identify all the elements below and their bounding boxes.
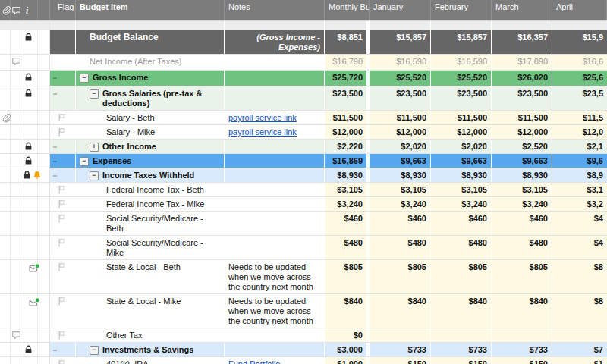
note-hyperlink[interactable]: Fund Portfolio — [228, 359, 280, 364]
cell-budget-item[interactable]: Salary - Beth — [76, 111, 225, 124]
cell-notes[interactable]: Fund Portfolio — [225, 357, 325, 364]
cell-april[interactable]: $2,1 — [552, 140, 607, 153]
cell-february[interactable]: $3,105 — [431, 183, 492, 196]
cell-flag[interactable] — [50, 328, 76, 342]
cell-notes[interactable]: (Gross Income - Expenses) — [225, 30, 325, 54]
cell-january[interactable]: $3,240 — [370, 197, 431, 211]
column-header-monthly-budget[interactable]: Monthly Budget — [325, 0, 370, 20]
cell-march[interactable]: $3,240 — [492, 197, 552, 211]
cell-flag[interactable] — [50, 357, 76, 364]
cell-february[interactable]: $11,500 — [431, 111, 492, 124]
cell-notes[interactable] — [225, 71, 325, 86]
cell-march[interactable]: $733 — [492, 343, 552, 356]
cell-monthly-budget[interactable]: $0 — [325, 328, 370, 342]
cell-january[interactable]: $3,105 — [370, 183, 431, 196]
cell-flag[interactable] — [50, 260, 76, 293]
cell-flag[interactable] — [50, 154, 76, 168]
cell-february[interactable]: $480 — [431, 236, 492, 259]
flag-icon[interactable] — [58, 297, 66, 306]
cell-march[interactable]: $805 — [492, 260, 552, 293]
cell-monthly-budget[interactable]: $16,790 — [325, 55, 370, 70]
cell-march[interactable]: $2,520 — [492, 140, 552, 153]
flag-icon[interactable] — [58, 359, 66, 364]
cell-notes[interactable] — [225, 154, 325, 168]
comment-indicator-icon[interactable] — [11, 331, 21, 340]
cell-notes[interactable]: payroll service link — [225, 111, 325, 124]
cell-january[interactable]: $23,500 — [370, 86, 431, 110]
cell-monthly-budget[interactable]: $11,500 — [325, 111, 370, 124]
cell-february[interactable]: $12,000 — [431, 125, 492, 139]
cell-budget-item[interactable]: Other Tax — [76, 328, 225, 342]
collapse-button[interactable]: − — [90, 171, 99, 180]
cell-notes[interactable] — [225, 55, 325, 70]
cell-february[interactable]: $9,663 — [431, 154, 492, 168]
cell-march[interactable]: $16,357 — [492, 30, 552, 54]
cell-monthly-budget[interactable]: $1,000 — [325, 357, 370, 364]
cell-budget-item[interactable]: Budget Balance — [76, 30, 225, 54]
reminder-bell-icon[interactable] — [33, 171, 42, 180]
cell-monthly-budget[interactable]: $25,720 — [325, 71, 370, 86]
cell-february[interactable]: $15,857 — [431, 30, 492, 54]
cell-budget-item[interactable]: Federal Income Tax - Beth — [76, 183, 225, 196]
flag-icon[interactable] — [58, 238, 66, 247]
cell-march[interactable]: $460 — [492, 212, 552, 235]
cell-budget-item[interactable]: −Income Taxes Withheld — [76, 168, 225, 182]
cell-february[interactable]: $733 — [431, 343, 492, 356]
cell-march[interactable]: $840 — [492, 294, 552, 328]
cell-april[interactable]: $23,5 — [552, 86, 607, 110]
cell-flag[interactable] — [50, 86, 76, 110]
cell-notes[interactable] — [225, 197, 325, 211]
cell-flag[interactable] — [50, 197, 76, 211]
cell-april[interactable]: $12,0 — [552, 125, 607, 139]
cell-flag[interactable] — [50, 125, 76, 139]
cell-february[interactable]: $805 — [431, 260, 492, 293]
comment-indicator-icon[interactable] — [11, 57, 21, 66]
cell-march[interactable] — [492, 328, 552, 342]
flag-icon[interactable] — [58, 331, 66, 340]
cell-april[interactable]: $9,6 — [552, 154, 607, 168]
cell-flag[interactable] — [50, 55, 76, 70]
cell-february[interactable]: $3,240 — [431, 197, 492, 211]
flag-icon[interactable] — [58, 113, 66, 122]
cell-april[interactable]: $4 — [552, 212, 607, 235]
cell-february[interactable]: $23,500 — [431, 86, 492, 110]
column-header-flag[interactable]: Flag — [50, 0, 76, 20]
flag-icon[interactable] — [58, 127, 66, 136]
note-hyperlink[interactable]: payroll service link — [228, 127, 297, 136]
column-header-budget-item[interactable]: Budget Item — [76, 0, 225, 20]
note-hyperlink[interactable]: payroll service link — [228, 113, 297, 122]
cell-monthly-budget[interactable]: $23,500 — [325, 86, 370, 110]
cell-budget-item[interactable]: Salary - Mike — [76, 125, 225, 139]
cell-notes[interactable]: Needs to be updated when we move across … — [225, 294, 325, 328]
cell-budget-item[interactable]: −Gross Salaries (pre-tax & deductions) — [76, 86, 225, 110]
cell-march[interactable]: $11,500 — [492, 111, 552, 124]
collapse-button[interactable]: − — [90, 346, 99, 355]
cell-monthly-budget[interactable]: $12,000 — [325, 125, 370, 139]
column-header-january[interactable]: January — [370, 0, 431, 20]
cell-february[interactable]: $8,930 — [431, 168, 492, 182]
update-request-icon[interactable] — [29, 263, 40, 274]
cell-budget-item[interactable]: 401(k), IRA — [76, 357, 225, 364]
cell-february[interactable]: $25,520 — [431, 71, 492, 86]
cell-march[interactable]: $26,020 — [492, 71, 552, 86]
flag-icon[interactable] — [58, 214, 66, 223]
cell-january[interactable]: $15,857 — [370, 30, 431, 54]
cell-budget-item[interactable]: Net Income (After Taxes) — [76, 55, 225, 70]
cell-march[interactable]: $17,090 — [492, 55, 552, 70]
cell-flag[interactable] — [50, 140, 76, 153]
cell-monthly-budget[interactable]: $8,851 — [325, 30, 370, 54]
cell-notes[interactable] — [225, 183, 325, 196]
cell-february[interactable] — [431, 328, 492, 342]
cell-april[interactable]: $3,1 — [552, 183, 607, 196]
cell-january[interactable]: $16,590 — [370, 55, 431, 70]
cell-monthly-budget[interactable]: $3,105 — [325, 183, 370, 196]
flag-icon[interactable] — [58, 262, 66, 271]
attachment-icon[interactable] — [2, 5, 11, 15]
cell-march[interactable]: $12,000 — [492, 125, 552, 139]
cell-budget-item[interactable]: −Investments & Savings — [76, 343, 225, 356]
flag-icon[interactable] — [58, 199, 66, 209]
flag-icon[interactable] — [58, 185, 66, 194]
cell-monthly-budget[interactable]: $805 — [325, 260, 370, 293]
cell-february[interactable]: $16,590 — [431, 55, 492, 70]
cell-notes[interactable] — [225, 328, 325, 342]
